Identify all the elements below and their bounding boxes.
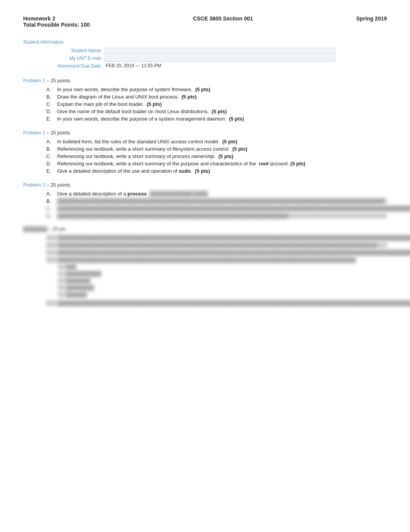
problem-1-list: A. In your own words, describe the purpo…	[46, 87, 387, 122]
header-right: Spring 2019	[356, 15, 387, 22]
list-item: C. Explain the main job of the boot load…	[46, 101, 387, 107]
item-text-blurred: ████████████████████████████████████████…	[57, 213, 387, 219]
item-text-blurred: ████████████████████████████████████████…	[57, 206, 410, 211]
student-name-row: Student Name:	[54, 47, 387, 54]
item-letter: E.	[46, 168, 57, 174]
list-item: B. █████████████████████████████████████…	[46, 242, 387, 248]
item-text-blurred: ████████████████████████████████████████…	[57, 235, 410, 241]
list-item: C. █████████████████████████████████████…	[46, 250, 387, 255]
list-item: A. █████████████████████████████████████…	[46, 235, 387, 241]
item-letter: C.	[46, 153, 57, 159]
problem-2-heading: Problem 2 – 25 points	[23, 130, 387, 136]
list-item: E. Give a detailed description of the us…	[46, 168, 387, 174]
student-info-label: Student Information	[23, 39, 387, 45]
list-item: A. In your own words, describe the purpo…	[46, 87, 387, 92]
problem-1-heading: Problem 1 – 25 points	[23, 78, 387, 83]
item-text: Referencing our textbook, write a short …	[57, 153, 387, 159]
item-text-blurred: ████████████████████████████████████████…	[57, 198, 387, 204]
problem-4-sublist: • ███ • ██████████ • ███████ • ████████ …	[58, 264, 101, 299]
item-text-blurred: ████████████████████████████████████████…	[57, 242, 387, 248]
item-text: Referencing our textbook, write a short …	[57, 146, 387, 152]
item-text: Draw the diagram of the Linux and UNIX b…	[57, 94, 387, 100]
item-letter: A.	[46, 87, 57, 92]
list-item: E. In your own words, describe the purpo…	[46, 116, 387, 122]
list-item: D. Give the name of the default boot loa…	[46, 109, 387, 114]
list-item: D. Referencing our textbook, write a sho…	[46, 161, 387, 167]
problem-2-points: – 25 points	[46, 130, 70, 136]
item-letter: D.	[46, 257, 57, 263]
list-item: D. █████████████████████████████████████…	[46, 257, 387, 299]
item-text: Give a detailed description of a process…	[57, 191, 387, 197]
header-left: Homework 2 Total Possible Points: 100	[23, 15, 90, 28]
list-item: • ███	[58, 264, 101, 270]
item-letter: A.	[46, 191, 57, 197]
list-item: • ██████████	[58, 271, 101, 277]
item-letter: C.	[46, 250, 57, 255]
item-text: Give the name of the default boot loader…	[57, 109, 387, 114]
list-item: E. █████████████████████████████████████…	[46, 300, 387, 306]
list-item: • ████████	[58, 285, 101, 291]
sub-item-text: ██████████	[66, 271, 101, 277]
item-letter: B.	[46, 94, 57, 100]
problem-3-title: Problem 3	[23, 182, 45, 188]
item-text-blurred: ████████████████████████████████████████…	[57, 257, 356, 263]
list-item: C. Referencing our textbook, write a sho…	[46, 153, 387, 159]
problem-4-title: ███████	[23, 226, 47, 232]
problem-4-heading: ███████ – 25 pts	[23, 226, 387, 232]
problem-3-heading: Problem 3 – 25 points	[23, 182, 387, 188]
sub-bullet: •	[58, 292, 66, 297]
due-date-row: Homework Due Date: FEB 20, 2019 — 11:55 …	[54, 63, 387, 70]
item-letter: E.	[46, 300, 57, 306]
problem-4-points: – 25 pts	[48, 226, 65, 232]
student-name-input[interactable]	[104, 47, 336, 54]
header-center: CSCE 3605 Section 001	[193, 15, 253, 22]
item-letter: C.	[46, 206, 57, 211]
item-letter: B.	[46, 198, 57, 204]
item-text: In bulleted form, list the rules of the …	[57, 139, 387, 144]
sub-bullet: •	[58, 285, 66, 291]
unt-email-input[interactable]	[104, 55, 336, 62]
sub-item-text: ██████	[66, 292, 87, 297]
item-letter: C.	[46, 101, 57, 107]
problem-2-title: Problem 2	[23, 130, 45, 136]
problem-4-section: ███████ – 25 pts A. ████████████████████…	[23, 226, 387, 306]
item-text-blurred: ████████████████████████████████████████…	[57, 300, 410, 306]
list-item: A. Give a detailed description of a proc…	[46, 191, 387, 197]
problem-1-points: – 25 points	[46, 78, 70, 83]
sub-bullet: •	[58, 264, 66, 270]
homework-title: Homework 2	[23, 15, 90, 22]
course-info: CSCE 3605 Section 001	[193, 15, 253, 22]
list-item: B. Referencing our textbook, write a sho…	[46, 146, 387, 152]
semester: Spring 2019	[356, 15, 387, 22]
total-points: Total Possible Points: 100	[23, 22, 90, 28]
item-text: Referencing our textbook, write a short …	[57, 161, 387, 167]
item-text: Give a detailed description of the use a…	[57, 168, 387, 174]
list-item: B. Draw the diagram of the Linux and UNI…	[46, 94, 387, 100]
unt-email-label: My UNT E-mail:	[54, 56, 104, 61]
item-letter: A.	[46, 139, 57, 144]
item-text-blurred: ████████████████████████████████████████…	[57, 250, 410, 255]
student-name-label: Student Name:	[54, 48, 104, 53]
sub-bullet: •	[58, 278, 66, 284]
list-item: • ███████	[58, 278, 101, 284]
list-item: B. █████████████████████████████████████…	[46, 198, 387, 204]
item-letter: A.	[46, 235, 57, 241]
problem-3-section: Problem 3 – 25 points A. Give a detailed…	[23, 182, 387, 219]
problem-3-list: A. Give a detailed description of a proc…	[46, 191, 387, 219]
sub-item-text: ████████	[66, 285, 94, 291]
list-item: • ██████	[58, 292, 101, 297]
list-item: A. In bulleted form, list the rules of t…	[46, 139, 387, 144]
page-header: Homework 2 Total Possible Points: 100 CS…	[23, 15, 387, 28]
problem-3-points: – 25 points	[46, 182, 70, 188]
item-text: In your own words, describe the purpose …	[57, 116, 387, 122]
item-text: Explain the main job of the boot loader.…	[57, 101, 387, 107]
problem-2-list: A. In bulleted form, list the rules of t…	[46, 139, 387, 174]
problem-1-title: Problem 1	[23, 78, 45, 83]
due-date-value: FEB 20, 2019 — 11:55 PM	[104, 63, 336, 70]
problem-4-list: A. █████████████████████████████████████…	[46, 235, 387, 306]
item-text: In your own words, describe the purpose …	[57, 87, 387, 92]
unt-email-row: My UNT E-mail:	[54, 55, 387, 62]
list-item: C. █████████████████████████████████████…	[46, 206, 387, 211]
item-letter: B.	[46, 242, 57, 248]
item-letter: B.	[46, 146, 57, 152]
